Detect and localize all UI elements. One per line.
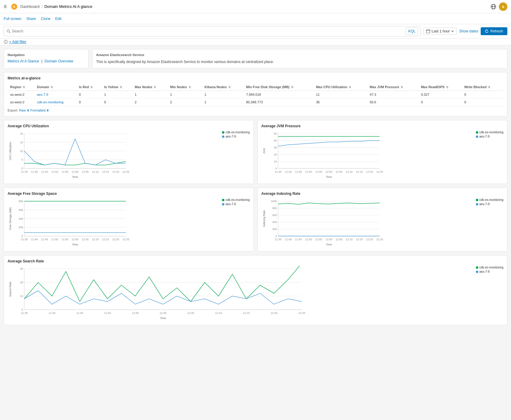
legend-dot-blue (476, 203, 478, 205)
export-row: Export: Raw ⬇ Formatted ⬇ (8, 108, 503, 112)
jvm-chart-panel: Average JVM Pressure cdk-es-monitoring a… (257, 120, 508, 184)
cpu-chart-title: Average CPU Utilization (8, 124, 250, 128)
svg-point-5 (7, 30, 9, 32)
export-label: Export: (8, 108, 18, 112)
show-dates-button[interactable]: Show dates (459, 29, 478, 33)
metrics-at-glance-link[interactable]: Metrics At A Glance (8, 59, 39, 63)
breadcrumb: Dashboard / Domain Metrics At A glance (20, 4, 92, 9)
sub-nav: Full screen Share Clone Edit (0, 13, 511, 24)
sort-icon: ⇅ (51, 86, 53, 89)
legend-aes-indexing: aes-7-9 (476, 202, 503, 206)
sort-icon: ⇅ (488, 86, 490, 89)
export-formatted-link[interactable]: Formatted ⬇ (30, 108, 49, 112)
search-chart-title: Average Search Rate (8, 259, 503, 263)
kql-button[interactable]: KQL (405, 28, 418, 35)
sort-icon: ⇅ (189, 86, 191, 89)
share-link[interactable]: Share (26, 17, 36, 21)
svg-rect-7 (426, 30, 430, 33)
user-avatar[interactable]: a (499, 2, 507, 11)
sort-icon: ⇅ (154, 86, 156, 89)
search-icon (6, 29, 11, 33)
globe-icon[interactable] (490, 4, 496, 10)
jvm-canvas (261, 131, 419, 179)
search-input[interactable] (12, 29, 405, 33)
legend-dot-green (476, 131, 478, 134)
metrics-table: Region ⇅ Domain ⇅ Is Red ⇅ Is Yellow ⇅ M… (8, 83, 503, 106)
search-canvas (8, 266, 341, 320)
sort-icon: ⇅ (291, 86, 294, 89)
col-write-blocked: Write Blocked ⇅ (462, 83, 503, 91)
chevron-down-icon (451, 30, 454, 33)
app-logo: K (11, 3, 18, 10)
cpu-chart-container: cdk-es-monitoring aes-7-9 (8, 131, 250, 180)
col-region: Region ⇅ (8, 83, 35, 91)
legend-dot-green (476, 199, 478, 201)
filter-bar: + Add filter (0, 38, 511, 45)
charts-grid: Average CPU Utilization cdk-es-monitorin… (4, 120, 507, 252)
legend-dot-green (222, 131, 224, 134)
legend-aes-storage: aes-7-9 (222, 202, 250, 206)
legend-aes-jvm: aes-7-9 (476, 135, 503, 138)
cpu-canvas (8, 131, 165, 179)
sort-icon: ⇅ (401, 86, 403, 89)
col-max-readiops: Max ReadIOPS ⇅ (419, 83, 462, 91)
sort-icon: ⇅ (228, 86, 231, 89)
table-row: us-west-2aes-7-9011117,994.0181147.30.32… (8, 91, 503, 98)
legend-dot-blue (222, 203, 224, 205)
sort-icon: ⇅ (120, 86, 122, 89)
domain-link[interactable]: aes-7-9 (37, 93, 48, 96)
legend-cdk-jvm: cdk-es-monitoring (476, 131, 503, 134)
search-chart-legend: cdk-es-monitoring aes-7-9 (476, 266, 503, 274)
legend-cdk-cpu: cdk-es-monitoring (222, 131, 250, 134)
legend-aes-cpu: aes-7-9 (222, 135, 250, 138)
cpu-chart-legend: cdk-es-monitoring aes-7-9 (222, 131, 250, 139)
table-row: us-west-2cdk-es-monitoring0022180,368.77… (8, 98, 503, 106)
calendar-icon (426, 29, 430, 33)
search-bar: KQL Last 1 hour Show dates Refresh (0, 24, 511, 38)
indexing-chart-legend: cdk-es-monitoring aes-7-9 (476, 198, 503, 207)
sort-icon: ⇅ (446, 86, 449, 89)
info-panel-description: This is specifically designed by Amazon … (96, 59, 503, 65)
legend-cdk-storage: cdk-es-monitoring (222, 198, 250, 202)
domain-link[interactable]: cdk-es-monitoring (37, 100, 63, 104)
menu-icon[interactable]: ☰ (4, 5, 7, 9)
refresh-button[interactable]: Refresh (481, 27, 507, 35)
col-max-jvm: Max JVM Pressure ⇅ (367, 83, 419, 91)
add-filter-button[interactable]: + Add filter (9, 40, 26, 44)
indexing-canvas (261, 198, 419, 247)
edit-link[interactable]: Edit (55, 17, 62, 21)
search-chart-panel: Average Search Rate cdk-es-monitoring ae… (4, 255, 507, 325)
fullscreen-link[interactable]: Full screen (4, 17, 22, 21)
metrics-table-panel: Metrics at-a-glance Region ⇅ Domain ⇅ Is… (4, 72, 507, 116)
storage-chart-legend: cdk-es-monitoring aes-7-9 (222, 198, 250, 207)
col-kibana-nodes: Kibana Nodes ⇅ (202, 83, 244, 91)
info-panel-title: Amazon Elasticsearch Service (96, 53, 503, 57)
time-picker[interactable]: Last 1 hour (423, 28, 457, 35)
time-label: Last 1 hour (432, 29, 450, 33)
export-raw-link[interactable]: Raw ⬇ (19, 108, 29, 112)
col-max-nodes: Max Nodes ⇅ (132, 83, 168, 91)
refresh-icon (485, 29, 489, 33)
indexing-chart-container: cdk-es-monitoring aes-7-9 (261, 198, 504, 248)
svg-line-6 (9, 32, 11, 33)
legend-dot-green (476, 266, 478, 269)
jvm-chart-container: cdk-es-monitoring aes-7-9 (261, 131, 504, 180)
jvm-chart-title: Average JVM Pressure (261, 124, 504, 128)
jvm-chart-legend: cdk-es-monitoring aes-7-9 (476, 131, 503, 139)
nav-panel-title: Navigation (8, 53, 85, 57)
col-is-red: Is Red ⇅ (76, 83, 102, 91)
domain-overview-link[interactable]: Domain Overview (45, 59, 73, 63)
legend-dot-green (222, 199, 224, 201)
legend-dot-blue (222, 135, 224, 138)
table-header-row: Region ⇅ Domain ⇅ Is Red ⇅ Is Yellow ⇅ M… (8, 83, 503, 91)
info-row: Navigation Metrics At A Glance | Domain … (4, 49, 507, 68)
svg-text:K: K (13, 5, 15, 8)
main-content: Navigation Metrics At A Glance | Domain … (0, 45, 511, 332)
clone-link[interactable]: Clone (41, 17, 50, 21)
top-right-actions: a (490, 2, 507, 11)
cpu-chart-panel: Average CPU Utilization cdk-es-monitorin… (4, 120, 254, 184)
storage-chart-container: cdk-es-monitoring aes-7-9 (8, 198, 250, 248)
navigation-panel: Navigation Metrics At A Glance | Domain … (4, 49, 89, 68)
legend-dot-blue (476, 271, 478, 273)
col-min-nodes: Min Nodes ⇅ (168, 83, 202, 91)
